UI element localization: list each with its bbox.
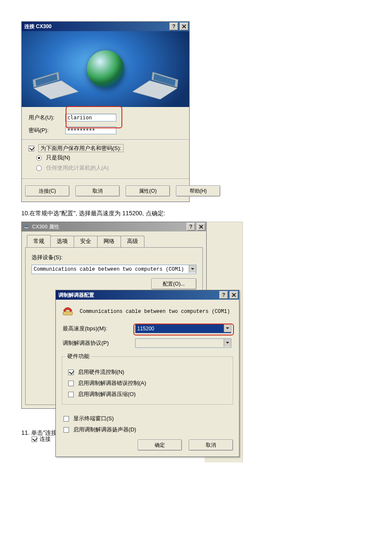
err-ctrl-checkbox[interactable] <box>68 381 74 386</box>
chevron-down-icon <box>224 339 231 347</box>
tab-general[interactable]: 常规 <box>27 235 51 247</box>
help-icon[interactable]: ? <box>219 291 228 299</box>
connect-banner <box>22 31 189 107</box>
show-term-checkbox[interactable] <box>63 416 69 422</box>
show-term-label: 显示终端窗口(S) <box>73 415 114 422</box>
properties-title-icon <box>23 224 29 230</box>
help-icon[interactable]: ? <box>187 223 195 231</box>
properties-titlebar: CX300 属性 ? <box>22 222 206 231</box>
connect-dialog-titlebar: 连接 CX300 ? <box>22 22 189 31</box>
max-speed-combo[interactable]: 115200 <box>135 324 231 333</box>
svg-rect-8 <box>63 312 72 315</box>
speaker-row[interactable]: 启用调制解调器扬声器(D) <box>56 424 239 435</box>
only-me-row[interactable]: 只是我(N) <box>22 152 189 162</box>
max-speed-label: 最高速度(bps)(M): <box>63 325 135 332</box>
modem-title: 调制解调器配置 <box>58 292 219 299</box>
help-icon[interactable]: ? <box>170 23 178 30</box>
modem-titlebar: 调制解调器配置 ? <box>56 290 239 300</box>
close-icon[interactable] <box>180 23 188 30</box>
only-me-radio[interactable] <box>36 155 42 161</box>
anyone-row: 任何使用此计算机的人(A) <box>22 162 189 173</box>
err-ctrl-row[interactable]: 启用调制解调器错误控制(A) <box>66 378 228 389</box>
help-button[interactable]: 帮助(H) <box>176 185 220 197</box>
protocol-label: 调制解调器协议(P) <box>63 339 135 347</box>
hw-flow-row[interactable]: 启用硬件流控制(N) <box>66 367 228 378</box>
phone-icon <box>61 304 75 319</box>
connect-dialog: 连接 CX300 ? <box>21 21 190 202</box>
err-ctrl-label: 启用调制解调器错误控制(A) <box>78 380 146 386</box>
save-creds-checkbox[interactable] <box>29 146 34 151</box>
hardware-groupbox: 硬件功能 启用硬件流控制(N) 启用调制解调器错误控制(A) 启用调制解调器压缩… <box>62 356 233 405</box>
connect-dialog-title: 连接 CX300 <box>23 23 169 30</box>
hw-flow-checkbox[interactable] <box>68 370 74 375</box>
modem-cancel-button[interactable]: 取消 <box>189 439 233 451</box>
step-10-text: 10.在常规中选"配置", 选择最高速度为 115200, 点确定: <box>21 210 371 217</box>
password-input[interactable] <box>65 127 116 134</box>
compress-row[interactable]: 启用调制解调器压缩(O) <box>66 389 228 400</box>
username-input[interactable] <box>65 114 116 121</box>
connect-checkbox-label: 连接 <box>40 435 51 443</box>
show-term-row[interactable]: 显示终端窗口(S) <box>56 413 239 424</box>
tab-security[interactable]: 安全 <box>74 236 98 247</box>
tab-network[interactable]: 网络 <box>97 236 121 247</box>
hardware-group-title: 硬件功能 <box>66 353 91 360</box>
select-device-label: 选择设备(S): <box>32 254 196 261</box>
anyone-label: 任何使用此计算机的人(A) <box>46 165 109 171</box>
device-combo[interactable]: Communications cable between two compute… <box>32 265 196 274</box>
chevron-down-icon[interactable] <box>189 265 196 273</box>
close-icon[interactable] <box>230 291 238 299</box>
properties-title: CX300 属性 <box>31 223 186 231</box>
device-combo-text: Communications cable between two compute… <box>34 266 184 272</box>
properties-button[interactable]: 属性(O) <box>126 185 170 197</box>
cancel-button[interactable]: 取消 <box>75 185 120 197</box>
save-creds-row[interactable]: 为下面用户保存用户名和密码(S): <box>22 140 189 152</box>
connect-button[interactable]: 连接(C) <box>25 185 69 197</box>
globe-icon <box>87 50 124 88</box>
chevron-down-icon[interactable] <box>224 324 231 332</box>
only-me-label: 只是我(N) <box>46 154 70 161</box>
properties-tabs: 常规 选项 安全 网络 高级 <box>22 231 206 247</box>
configure-button[interactable]: 配置(O)... <box>151 278 196 289</box>
max-speed-value: 115200 <box>137 326 154 332</box>
compress-checkbox[interactable] <box>68 392 74 397</box>
compress-label: 启用调制解调器压缩(O) <box>78 391 136 397</box>
hw-flow-label: 启用硬件流控制(N) <box>78 369 124 375</box>
password-label: 密码(P): <box>29 127 65 134</box>
close-icon[interactable] <box>197 223 205 231</box>
speaker-checkbox[interactable] <box>63 427 69 433</box>
svg-rect-7 <box>25 225 28 227</box>
modem-config-dialog: 调制解调器配置 ? Communications cable between t… <box>55 290 239 457</box>
protocol-combo <box>135 338 231 348</box>
save-creds-label: 为下面用户保存用户名和密码(S): <box>38 144 124 152</box>
anyone-radio <box>36 165 42 171</box>
tab-advanced[interactable]: 高级 <box>121 236 144 247</box>
tab-options[interactable]: 选项 <box>50 236 74 247</box>
speaker-label: 启用调制解调器扬声器(D) <box>73 426 136 433</box>
connect-checkbox[interactable] <box>32 436 37 442</box>
modem-device-name: Communications cable between two compute… <box>80 309 234 315</box>
username-label: 用户名(U): <box>29 114 65 121</box>
modem-ok-button[interactable]: 确定 <box>138 439 182 451</box>
